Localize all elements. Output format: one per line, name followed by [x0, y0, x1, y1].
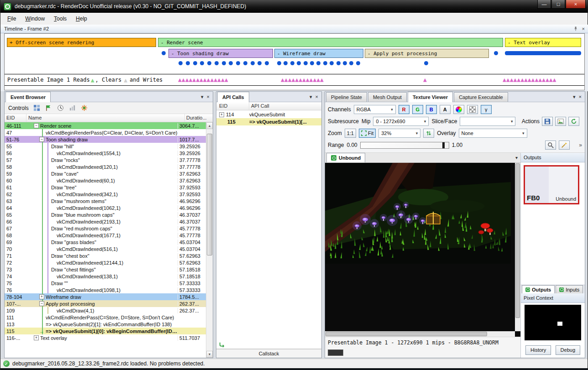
tab-texture-viewer[interactable]: Texture Viewer	[408, 92, 453, 102]
draw-dot[interactable]	[336, 61, 341, 65]
event-row[interactable]: 68vkCmdDrawIndexed(1677,1)45.77778	[5, 232, 206, 239]
timeline-block-wireframe[interactable]: - Wireframe draw	[274, 49, 363, 58]
api-call-row[interactable]: 115=> vkQueueSubmit(1)[...	[216, 118, 321, 125]
draw-dot[interactable]	[257, 61, 262, 65]
menu-tools[interactable]: Tools	[49, 14, 71, 24]
resource-usage-strip[interactable]: Presentable Image 1 Reads ▲ , Clears ▲ a…	[5, 74, 584, 86]
event-row[interactable]: 71Draw "chest box"57.62963	[5, 252, 206, 259]
event-row[interactable]: 72vkCmdDrawIndexed(12144,1)57.62963	[5, 259, 206, 266]
draw-dot[interactable]	[193, 61, 197, 65]
event-row[interactable]: 109vkCmdDraw(4,1)262.37...	[5, 307, 206, 314]
pin-icon[interactable]	[573, 26, 578, 31]
api-call-row[interactable]: +114vkQueueSubmit	[216, 111, 321, 118]
event-row[interactable]: 47vkCmdBeginRenderPass(C=Clear, D=Clear,…	[5, 129, 206, 136]
event-row[interactable]: 115→=> vkQueueSubmit(1)[0]: vkBeginComma…	[5, 328, 206, 334]
event-row[interactable]: 111vkCmdEndRenderPass(C=Store, D=Store, …	[5, 314, 206, 321]
channel-g-button[interactable]: G	[412, 105, 423, 114]
tab-event-browser[interactable]: Event Browser	[5, 92, 51, 102]
settings-star-icon[interactable]	[80, 104, 88, 112]
mip-select[interactable]: 0 - 1272x690 ▾	[373, 117, 429, 126]
draw-dot[interactable]	[356, 61, 360, 65]
draw-dot[interactable]	[424, 61, 428, 65]
plus-toggle-icon[interactable]: +	[34, 335, 39, 340]
channel-b-button[interactable]: B	[426, 105, 437, 114]
column-eid[interactable]: EID	[216, 102, 249, 110]
draw-dot[interactable]	[229, 61, 233, 65]
menu-file[interactable]: File	[3, 14, 21, 24]
draw-dot[interactable]	[330, 61, 334, 65]
minus-toggle-icon[interactable]: −	[34, 123, 39, 128]
scroll-thumb[interactable]	[207, 134, 212, 255]
plus-toggle-icon[interactable]: +	[39, 294, 44, 299]
event-row[interactable]: 66vkCmdDrawIndexed(2193,1)46.37037	[5, 218, 206, 225]
zoom-select[interactable]: 32% ▾	[378, 129, 420, 138]
draw-dot[interactable]	[215, 61, 219, 65]
event-row[interactable]: 62vkCmdDrawIndexed(342,1)37.92593	[5, 191, 206, 198]
tab-unbound[interactable]: Unbound	[326, 153, 365, 162]
draw-dot[interactable]	[494, 51, 498, 55]
draw-dot[interactable]	[265, 61, 269, 65]
panel-close-icon[interactable]: ×	[207, 94, 210, 100]
draw-dot[interactable]	[200, 61, 204, 65]
timeline-block-render-scene[interactable]: - Render scene	[158, 38, 503, 47]
minus-toggle-icon[interactable]: −	[39, 137, 44, 142]
event-row[interactable]: 113=> vkQueueSubmit(2)[1]: vkEndCommandB…	[5, 321, 206, 328]
event-row[interactable]: 76vkCmdDrawIndexed(1098,1)57.33333	[5, 287, 206, 293]
minimize-button[interactable]: —	[537, 0, 551, 9]
event-row[interactable]: 65Draw "blue mushroom caps"46.37037	[5, 211, 206, 218]
draw-dot[interactable]	[207, 61, 211, 65]
event-row[interactable]: 70vkCmdDrawIndexed(516,1)45.03704	[5, 245, 206, 252]
fit-button[interactable]: Fit	[359, 129, 376, 138]
tab-inputs[interactable]: Inputs	[556, 285, 583, 293]
viewer-hscrollbar[interactable]	[325, 331, 515, 337]
color-wheel-button[interactable]	[453, 105, 464, 114]
draw-dot[interactable]	[222, 61, 226, 65]
timeline-block-postproc[interactable]: - Apply post processing	[365, 49, 489, 58]
menu-window[interactable]: Window	[21, 14, 49, 24]
texture-viewer-canvas[interactable]	[325, 163, 520, 337]
event-row[interactable]: 56vkCmdDrawIndexed(1554,1)39.25926	[5, 150, 206, 156]
event-row[interactable]: 55Draw "hill"39.25926	[5, 143, 206, 150]
panel-menu-icon[interactable]: ▾	[573, 94, 576, 100]
close-button[interactable]: ×	[566, 0, 586, 9]
draw-dot[interactable]	[297, 61, 301, 65]
save-button[interactable]	[542, 117, 553, 126]
gamma-button[interactable]: γ	[481, 105, 492, 114]
timeline-block-text-overlay[interactable]: - Text overlay	[505, 38, 581, 47]
event-row[interactable]: 74vkCmdDrawIndexed(138,1)57.18518	[5, 273, 206, 280]
panel-menu-icon[interactable]: ▾	[201, 94, 204, 100]
event-row[interactable]: 116-...+Text overlay511.7037	[5, 334, 206, 341]
event-row[interactable]: 75Draw ""57.33333	[5, 280, 206, 287]
channels-select[interactable]: RGBA ▾	[354, 105, 396, 114]
event-row[interactable]: 58vkCmdDrawIndexed(120,1)37.77778	[5, 163, 206, 170]
column-api-call[interactable]: API Call	[249, 102, 321, 110]
plus-toggle-icon[interactable]: +	[219, 112, 224, 117]
column-name[interactable]: Name	[26, 114, 184, 122]
menu-help[interactable]: Help	[71, 14, 92, 24]
channel-r-button[interactable]: R	[399, 105, 410, 114]
draw-dot[interactable]	[243, 61, 247, 65]
export-image-button[interactable]	[555, 117, 566, 126]
channel-a-button[interactable]: A	[440, 105, 451, 114]
column-duration[interactable]: Duratio...	[184, 114, 213, 122]
fb0-thumbnail[interactable]: FB0 Unbound	[524, 165, 579, 204]
event-row[interactable]: 73Draw "chest fittings"57.18518	[5, 266, 206, 273]
event-row[interactable]: 64vkCmdDrawIndexed(1062,1)46.96296	[5, 204, 206, 211]
goto-event-icon[interactable]	[45, 104, 52, 112]
event-row[interactable]: 107-...−Apply post processing262.37...	[5, 300, 206, 307]
panel-close-icon[interactable]: ×	[315, 94, 318, 100]
pixel-context-view[interactable]	[525, 305, 581, 340]
draw-dot[interactable]	[251, 61, 255, 65]
maximize-button[interactable]: □	[551, 0, 565, 9]
overlay-select[interactable]: None ▾	[459, 129, 527, 138]
panel-close-icon[interactable]: ×	[579, 94, 582, 100]
event-row[interactable]: 59Draw "cave"37.62963	[5, 170, 206, 177]
draw-dot[interactable]	[162, 51, 166, 55]
draw-dot[interactable]	[310, 61, 314, 65]
timeline-block-offscreen[interactable]: + Off-screen scene rendering	[7, 38, 156, 47]
event-row[interactable]: 51-76−Toon shading draw1017.7...	[5, 136, 206, 143]
timeline-body[interactable]: + Off-screen scene rendering - Render sc…	[4, 33, 585, 90]
tab-pipeline-state[interactable]: Pipeline State	[326, 92, 367, 102]
draw-dot[interactable]	[304, 61, 308, 65]
callstack-strip[interactable]: Callstack	[216, 349, 321, 358]
